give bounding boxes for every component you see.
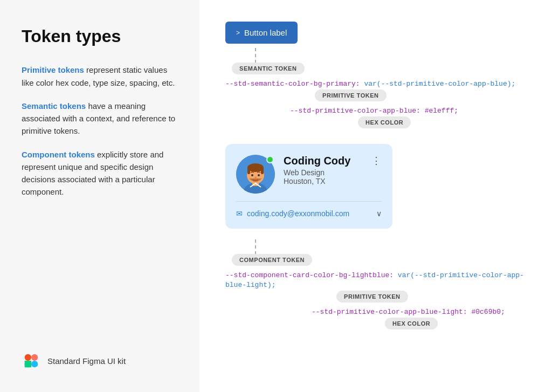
card-menu-icon[interactable]: ⋮: [371, 155, 382, 167]
component-label: Component tokens: [22, 150, 95, 159]
primitive-code-line-1: --std-primitive-color-app-blue: #elefff;: [225, 107, 458, 115]
page-title: Token types: [22, 26, 178, 46]
card-info: Coding Cody Web Design Houston, TX: [275, 155, 371, 185]
svg-rect-1: [31, 354, 38, 361]
hex-code-1: #elefff;: [420, 107, 458, 115]
primitive-token-badge-1: PRIMITIVE TOKEN: [315, 90, 387, 101]
primitive-code-prop-1: --std-primitive-color-app-blue:: [290, 107, 420, 115]
button-label: Button label: [244, 28, 287, 37]
component-code-prop: --std-component-card-color-bg-lightblue:: [225, 271, 394, 279]
figma-footer: Standard Figma UI kit: [22, 351, 178, 370]
description-semantic: Semantic tokens have a meaning associate…: [22, 100, 178, 137]
component-token-badge: COMPONENT TOKEN: [232, 254, 312, 266]
description-component: Component tokens explicitly store and re…: [22, 148, 178, 198]
token-chain-2: COMPONENT TOKEN --std-component-card-col…: [225, 239, 530, 328]
envelope-icon: ✉: [236, 209, 243, 218]
card-header: Coding Cody Web Design Houston, TX ⋮: [236, 155, 382, 194]
card-expand-chevron-icon[interactable]: ∨: [376, 209, 382, 218]
hex-color-badge-2: HEX COLOR: [385, 318, 438, 329]
button-example: > Button label: [225, 22, 530, 44]
hex-code-2: #0c69b0;: [467, 308, 505, 316]
card-divider: [236, 201, 382, 202]
chevron-icon: >: [236, 29, 240, 37]
description-primitive: Primitive tokens represent static values…: [22, 64, 178, 89]
email-text: coding.cody@exxonmobil.com: [247, 209, 349, 218]
svg-rect-0: [25, 354, 31, 361]
card-section: Coding Cody Web Design Houston, TX ⋮ ✉ c…: [225, 144, 530, 229]
left-content: Token types Primitive tokens represent s…: [22, 26, 178, 209]
primitive-code-line-2: --std-primitive-color-app-blue-light: #0…: [225, 308, 505, 316]
svg-point-13: [251, 174, 253, 176]
card-location: Houston, TX: [284, 177, 371, 185]
card-component: Coding Cody Web Design Houston, TX ⋮ ✉ c…: [225, 144, 392, 229]
token-chain-1: SEMANTIC TOKEN --std-semantic-color-bg-p…: [225, 48, 530, 127]
dashed-line-2: [255, 239, 256, 255]
primitive-code-prop-2: --std-primitive-color-app-blue-light:: [312, 308, 467, 316]
semantic-label: Semantic tokens: [22, 101, 86, 111]
card-email: ✉ coding.cody@exxonmobil.com: [236, 209, 349, 218]
semantic-token-badge: SEMANTIC TOKEN: [232, 63, 305, 74]
card-email-row: ✉ coding.cody@exxonmobil.com ∨: [236, 209, 382, 218]
semantic-code-prop: --std-semantic-color-bg-primary:: [225, 80, 360, 88]
online-status-indicator: [266, 156, 274, 163]
svg-point-15: [254, 177, 257, 178]
hex-color-badge-1: HEX COLOR: [358, 116, 411, 128]
figma-logo-icon: [22, 351, 41, 370]
card-avatar-wrap: [236, 155, 275, 194]
left-panel: Token types Primitive tokens represent s…: [0, 0, 199, 392]
demo-button[interactable]: > Button label: [225, 22, 298, 44]
figma-kit-label: Standard Figma UI kit: [47, 356, 126, 366]
component-code-line: --std-component-card-color-bg-lightblue:…: [225, 271, 524, 289]
svg-rect-5: [25, 361, 31, 367]
svg-rect-11: [247, 168, 250, 174]
card-name: Coding Cody: [284, 155, 371, 167]
primitive-token-badge-2: PRIMITIVE TOKEN: [336, 291, 408, 302]
svg-rect-12: [261, 168, 264, 174]
dashed-line-1: [255, 48, 256, 63]
svg-point-4: [31, 361, 38, 367]
semantic-code-val: var(--std-primitive-color-app-blue);: [360, 80, 516, 88]
card-role: Web Design: [284, 168, 371, 177]
primitive-label: Primitive tokens: [22, 65, 84, 74]
right-panel: > Button label SEMANTIC TOKEN --std-sema…: [199, 0, 552, 392]
svg-point-14: [258, 174, 260, 176]
semantic-code-line: --std-semantic-color-bg-primary: var(--s…: [225, 80, 515, 88]
